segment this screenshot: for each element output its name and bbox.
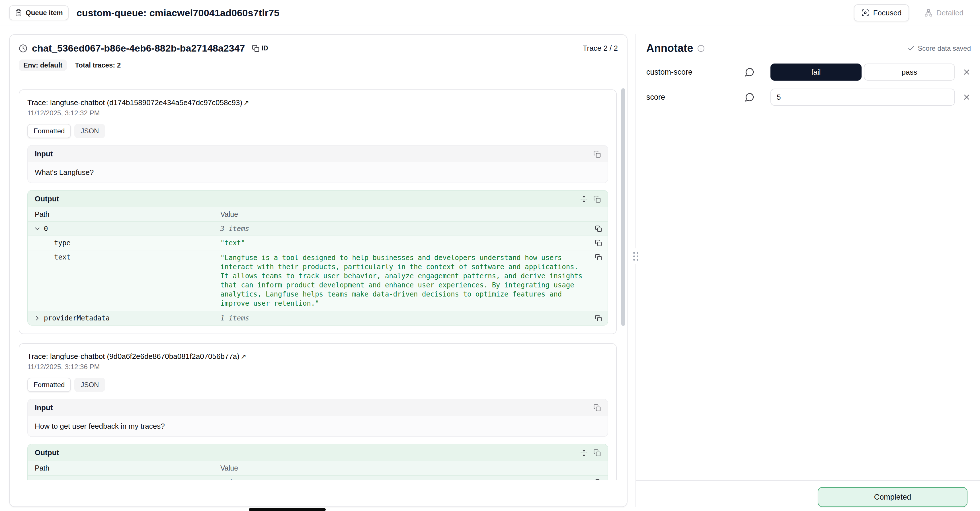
completed-button[interactable]: Completed xyxy=(818,487,967,507)
score-option-fail[interactable]: fail xyxy=(770,64,862,81)
comment-icon[interactable] xyxy=(745,67,754,77)
table-row: type "text" xyxy=(28,236,608,250)
annotate-panel: Annotate Score data saved custom-score f… xyxy=(646,34,971,114)
copy-icon[interactable] xyxy=(595,240,602,247)
trace-list: Trace: langfuse-chatbot (d174b1589072e43… xyxy=(10,80,627,480)
table-row: 0 3 items xyxy=(28,221,608,236)
score-input[interactable] xyxy=(770,89,955,106)
comment-icon[interactable] xyxy=(745,92,754,102)
unfold-vertical-icon[interactable] xyxy=(580,449,588,457)
score-label: score xyxy=(646,93,745,102)
close-icon[interactable] xyxy=(963,68,971,76)
copy-id-button[interactable]: ID xyxy=(252,45,268,52)
save-status: Score data saved xyxy=(907,45,971,53)
network-icon xyxy=(924,9,932,17)
focus-icon xyxy=(861,9,869,17)
queue-item-badge: Queue item xyxy=(9,5,68,20)
footer-divider xyxy=(636,480,980,481)
input-block: Input How to get user feedback in my tra… xyxy=(27,399,608,437)
unfold-vertical-icon[interactable] xyxy=(580,196,588,203)
focused-view-button[interactable]: Focused xyxy=(854,4,909,21)
app: Queue item custom-queue: cmiacwel70041ad… xyxy=(0,0,980,511)
annotate-title: Annotate xyxy=(646,42,693,54)
copy-icon[interactable] xyxy=(593,196,601,203)
value-header: Value xyxy=(216,207,243,221)
resize-handle[interactable] xyxy=(632,248,640,264)
detailed-view-button[interactable]: Detailed xyxy=(917,4,971,21)
copy-icon[interactable] xyxy=(593,449,601,457)
chevron-down-icon[interactable] xyxy=(33,225,41,232)
info-icon[interactable] xyxy=(697,45,705,52)
trace-counter: Trace 2 / 2 xyxy=(583,44,618,53)
trace-timestamp: 11/12/2025, 3:12:32 PM xyxy=(27,109,608,117)
chevron-down-icon[interactable] xyxy=(33,479,41,480)
chevron-right-icon[interactable] xyxy=(33,314,41,322)
score-row-custom-score: custom-score fail pass xyxy=(646,64,971,81)
copy-icon xyxy=(252,45,259,52)
trace-link[interactable]: Trace: langfuse-chatbot (9d0a6f2e6de8670… xyxy=(27,352,246,361)
tab-formatted[interactable]: Formatted xyxy=(27,124,71,138)
copy-icon[interactable] xyxy=(593,404,601,412)
trace-card: Trace: langfuse-chatbot (9d0a6f2e6de8670… xyxy=(19,343,617,480)
tab-json[interactable]: JSON xyxy=(74,124,105,138)
clipboard-list-icon xyxy=(15,9,22,16)
copy-icon[interactable] xyxy=(593,150,601,158)
page-title: custom-queue: cmiacwel70041ad060s7tlr75 xyxy=(76,7,280,19)
bottom-strip xyxy=(249,508,326,511)
copy-icon[interactable] xyxy=(595,254,602,261)
output-table: Path Value 0 3 items xyxy=(28,461,608,480)
scrollbar-thumb[interactable] xyxy=(621,88,625,326)
trace-card: Trace: langfuse-chatbot (d174b1589072e43… xyxy=(19,89,617,334)
item-title: chat_536ed067-b86e-4eb6-882b-ba27148a234… xyxy=(32,43,245,54)
output-label: Output xyxy=(35,194,59,204)
panel-divider xyxy=(635,34,636,507)
queue-badge-label: Queue item xyxy=(25,9,63,17)
value-header: Value xyxy=(216,461,243,475)
tab-formatted[interactable]: Formatted xyxy=(27,378,71,392)
table-header-row: Path Value xyxy=(28,207,608,221)
output-table: Path Value 0 3 items xyxy=(28,207,608,325)
item-header: chat_536ed067-b86e-4eb6-882b-ba27148a234… xyxy=(10,35,627,78)
top-header: Queue item custom-queue: cmiacwel70041ad… xyxy=(0,0,980,26)
table-row: text "Langfuse is a tool designed to hel… xyxy=(28,250,608,311)
close-icon[interactable] xyxy=(963,93,971,102)
format-tabs: Formatted JSON xyxy=(27,378,608,392)
score-label: custom-score xyxy=(646,68,745,76)
env-badge: Env: default xyxy=(19,59,67,71)
table-row: 0 3 items xyxy=(28,475,608,480)
trace-timestamp: 11/12/2025, 3:12:36 PM xyxy=(27,363,608,371)
output-block: Output Path Value xyxy=(27,190,608,326)
path-header: Path xyxy=(28,207,216,221)
clock-icon xyxy=(19,44,27,53)
score-row-score: score xyxy=(646,89,971,106)
trace-link[interactable]: Trace: langfuse-chatbot (d174b1589072e43… xyxy=(27,98,249,107)
table-header-row: Path Value xyxy=(28,461,608,475)
output-label: Output xyxy=(35,448,59,457)
path-header: Path xyxy=(28,461,216,475)
external-link-icon: ↗ xyxy=(240,353,246,360)
input-value: What's Langfuse? xyxy=(28,162,608,183)
copy-icon[interactable] xyxy=(595,479,602,480)
queue-item-panel: chat_536ed067-b86e-4eb6-882b-ba27148a234… xyxy=(9,34,627,507)
table-row: providerMetadata 1 items xyxy=(28,311,608,325)
input-label: Input xyxy=(35,403,53,412)
copy-icon[interactable] xyxy=(595,225,602,232)
input-label: Input xyxy=(35,150,53,158)
categorical-score-options: fail pass xyxy=(770,64,955,81)
check-icon xyxy=(907,45,915,52)
input-value: How to get user feedback in my traces? xyxy=(28,416,608,436)
tab-json[interactable]: JSON xyxy=(74,378,105,392)
input-block: Input What's Langfuse? xyxy=(27,145,608,183)
copy-icon[interactable] xyxy=(595,315,602,322)
total-traces-label: Total traces: 2 xyxy=(75,61,121,69)
format-tabs: Formatted JSON xyxy=(27,124,608,138)
external-link-icon: ↗ xyxy=(243,99,249,107)
score-option-pass[interactable]: pass xyxy=(864,64,955,81)
output-block: Output Path Value xyxy=(27,444,608,480)
